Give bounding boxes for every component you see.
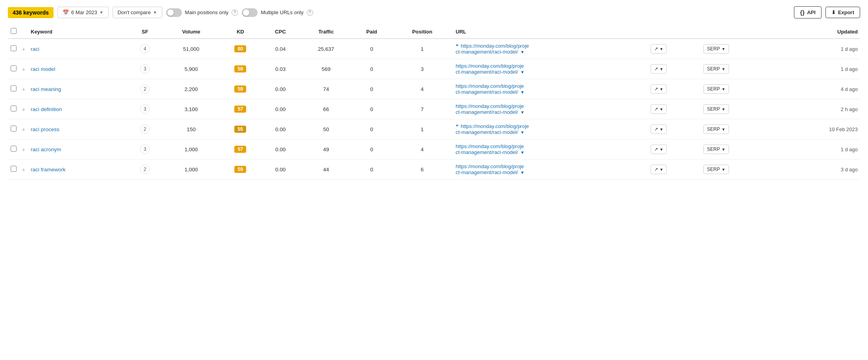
row-add-cell[interactable]: + bbox=[19, 39, 28, 59]
url-dropdown-icon[interactable]: ▼ bbox=[520, 90, 525, 95]
multiple-urls-help-icon[interactable]: ? bbox=[307, 9, 313, 16]
date-button[interactable]: 📅 6 Mar 2023 ▼ bbox=[57, 7, 109, 18]
serp-button[interactable]: SERP ▼ bbox=[703, 64, 729, 74]
url-link[interactable]: https://monday.com/blog/project-manageme… bbox=[456, 83, 525, 95]
row-actions-cell: ↗ ▼ bbox=[648, 39, 701, 59]
row-checkbox[interactable] bbox=[11, 65, 17, 71]
chart-button[interactable]: ↗ ▼ bbox=[651, 124, 667, 134]
th-volume[interactable]: Volume bbox=[163, 25, 220, 39]
add-icon[interactable]: + bbox=[22, 146, 26, 153]
th-position[interactable]: Position bbox=[391, 25, 453, 39]
keyword-link[interactable]: raci definition bbox=[31, 106, 62, 112]
add-icon[interactable]: + bbox=[22, 126, 26, 133]
keyword-link[interactable]: raci process bbox=[31, 126, 59, 132]
serp-dropdown-icon: ▼ bbox=[721, 127, 725, 132]
row-checkbox[interactable] bbox=[11, 146, 17, 152]
updated-value: 1 d ago bbox=[841, 46, 858, 52]
url-link[interactable]: https://monday.com/blog/project-manageme… bbox=[456, 63, 525, 75]
serp-button[interactable]: SERP ▼ bbox=[703, 84, 729, 94]
row-add-cell[interactable]: + bbox=[19, 59, 28, 79]
api-button[interactable]: {} API bbox=[794, 6, 821, 19]
main-positions-toggle[interactable] bbox=[166, 8, 182, 17]
th-sf[interactable]: SF bbox=[127, 25, 163, 39]
export-button[interactable]: ⬇ Export bbox=[825, 7, 860, 18]
row-checkbox[interactable] bbox=[11, 45, 17, 51]
table-row: + raci acronym 3 1,000 57 0.00 49 0 4 ht… bbox=[8, 139, 860, 160]
keywords-table: Keyword SF Volume KD CPC Traffic Paid Po… bbox=[8, 25, 860, 180]
keyword-link[interactable]: raci bbox=[31, 46, 39, 52]
url-dropdown-icon[interactable]: ▼ bbox=[520, 170, 525, 175]
add-icon[interactable]: + bbox=[22, 106, 26, 113]
th-traffic[interactable]: Traffic bbox=[300, 25, 352, 39]
serp-label: SERP bbox=[707, 86, 720, 92]
serp-button[interactable]: SERP ▼ bbox=[703, 104, 729, 114]
add-icon[interactable]: + bbox=[22, 166, 26, 173]
row-serp-cell: SERP ▼ bbox=[701, 39, 776, 59]
keyword-link[interactable]: raci framework bbox=[31, 167, 66, 173]
url-dropdown-icon[interactable]: ▼ bbox=[520, 50, 525, 54]
row-add-cell[interactable]: + bbox=[19, 119, 28, 139]
updated-value: 2 h ago bbox=[841, 106, 858, 112]
row-kd-cell: 57 bbox=[220, 99, 261, 119]
keyword-link[interactable]: raci meaning bbox=[31, 86, 61, 92]
row-keyword-cell: raci definition bbox=[28, 99, 127, 119]
chevron-down-icon: ▼ bbox=[153, 10, 157, 15]
row-checkbox-cell bbox=[8, 160, 19, 180]
row-add-cell[interactable]: + bbox=[19, 99, 28, 119]
select-all-checkbox[interactable] bbox=[11, 28, 17, 34]
th-cpc[interactable]: CPC bbox=[261, 25, 300, 39]
chart-dropdown-icon: ▼ bbox=[660, 67, 664, 71]
serp-button[interactable]: SERP ▼ bbox=[703, 124, 729, 134]
row-add-cell[interactable]: + bbox=[19, 160, 28, 180]
row-add-cell[interactable]: + bbox=[19, 139, 28, 160]
th-kd[interactable]: KD bbox=[220, 25, 261, 39]
url-link[interactable]: https://monday.com/blog/project-manageme… bbox=[456, 103, 525, 115]
row-actions-cell: ↗ ▼ bbox=[648, 119, 701, 139]
chart-button[interactable]: ↗ ▼ bbox=[651, 165, 667, 174]
row-updated-cell: 1 d ago bbox=[777, 139, 860, 160]
row-add-cell[interactable]: + bbox=[19, 79, 28, 99]
th-updated[interactable]: Updated bbox=[777, 25, 860, 39]
chart-button[interactable]: ↗ ▼ bbox=[651, 64, 667, 74]
cpc-value: 0.00 bbox=[275, 167, 286, 173]
add-icon[interactable]: + bbox=[22, 86, 26, 93]
add-icon[interactable]: + bbox=[22, 46, 26, 52]
row-keyword-cell: raci process bbox=[28, 119, 127, 139]
url-dropdown-icon[interactable]: ▼ bbox=[520, 70, 525, 74]
row-checkbox[interactable] bbox=[11, 126, 17, 132]
position-value: 4 bbox=[421, 86, 424, 92]
multiple-urls-toggle[interactable] bbox=[242, 8, 258, 17]
keyword-link[interactable]: raci acronym bbox=[31, 147, 61, 152]
chart-button[interactable]: ↗ ▼ bbox=[651, 104, 667, 114]
th-paid[interactable]: Paid bbox=[352, 25, 391, 39]
th-keyword[interactable]: Keyword bbox=[28, 25, 127, 39]
url-dropdown-icon[interactable]: ▼ bbox=[520, 110, 525, 115]
url-link[interactable]: https://monday.com/blog/project-manageme… bbox=[456, 163, 525, 175]
serp-button[interactable]: SERP ▼ bbox=[703, 44, 729, 54]
keyword-link[interactable]: raci model bbox=[31, 66, 55, 72]
chart-button[interactable]: ↗ ▼ bbox=[651, 145, 667, 154]
row-sf-cell: 2 bbox=[127, 160, 163, 180]
row-checkbox[interactable] bbox=[11, 106, 17, 111]
serp-button[interactable]: SERP ▼ bbox=[703, 145, 729, 154]
url-link[interactable]: https://monday.com/blog/project-manageme… bbox=[456, 143, 525, 155]
row-cpc-cell: 0.00 bbox=[261, 119, 300, 139]
row-actions-cell: ↗ ▼ bbox=[648, 59, 701, 79]
row-checkbox[interactable] bbox=[11, 166, 17, 172]
th-url[interactable]: URL bbox=[453, 25, 648, 39]
url-dropdown-icon[interactable]: ▼ bbox=[520, 130, 525, 135]
url-link[interactable]: https://monday.com/blog/project-manageme… bbox=[456, 123, 529, 135]
kd-badge: 57 bbox=[234, 106, 246, 113]
chart-button[interactable]: ↗ ▼ bbox=[651, 84, 667, 94]
serp-button[interactable]: SERP ▼ bbox=[703, 165, 729, 174]
compare-button[interactable]: Don't compare ▼ bbox=[113, 7, 162, 18]
url-dropdown-icon[interactable]: ▼ bbox=[520, 150, 525, 155]
sf-badge: 2 bbox=[140, 84, 150, 94]
chart-icon: ↗ bbox=[654, 66, 658, 72]
chart-button[interactable]: ↗ ▼ bbox=[651, 44, 667, 54]
row-checkbox[interactable] bbox=[11, 85, 17, 91]
add-icon[interactable]: + bbox=[22, 66, 26, 72]
main-positions-help-icon[interactable]: ? bbox=[232, 9, 238, 16]
url-link[interactable]: https://monday.com/blog/project-manageme… bbox=[456, 43, 529, 55]
row-volume-cell: 1,000 bbox=[163, 160, 220, 180]
